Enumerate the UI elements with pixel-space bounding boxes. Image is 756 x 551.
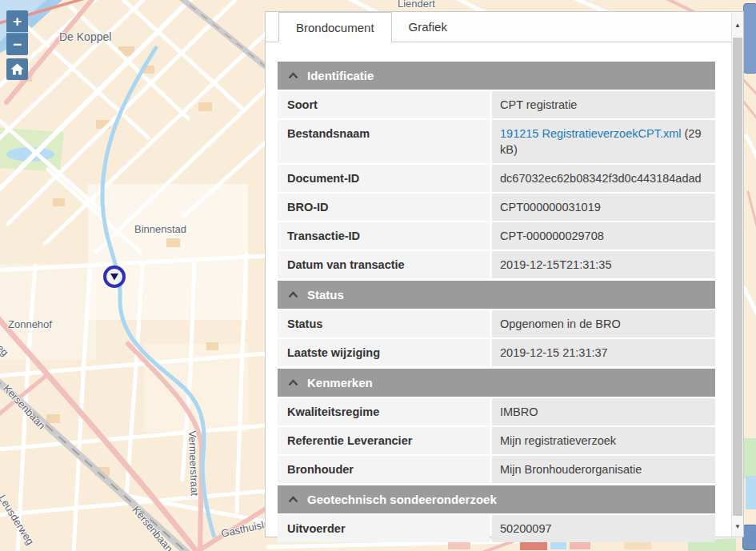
- row-label: Kwaliteitsregime: [278, 398, 490, 425]
- row-label: Laatste wijziging: [278, 339, 490, 366]
- row-value: dc67032ec62b08342f3d0c443184adad: [492, 165, 715, 192]
- section: IdentificatieSoortCPT registratieBestand…: [278, 62, 715, 278]
- row-label: Document-ID: [278, 165, 490, 192]
- row-value: 191215 RegistratieverzoekCPT.xml (29 kB): [492, 120, 715, 163]
- section-header[interactable]: Status: [278, 281, 715, 309]
- app: De KoppelLiendertBinnenstadZonnehofkerwe…: [0, 0, 756, 551]
- scrollbar-thumb[interactable]: [733, 38, 742, 516]
- row-label: Status: [278, 310, 490, 337]
- zoom-out-button[interactable]: −: [6, 33, 28, 55]
- section: KenmerkenKwaliteitsregimeIMBROReferentie…: [278, 369, 715, 483]
- row-label: Uitvoerder: [278, 515, 490, 542]
- tab-bar: BrondocumentGrafiek: [266, 12, 743, 42]
- map-control-right-top[interactable]: [743, 3, 756, 74]
- tab-grafiek[interactable]: Grafiek: [392, 12, 464, 42]
- map-marker-icon[interactable]: [101, 263, 128, 290]
- section-title: Kenmerken: [307, 376, 373, 389]
- file-link[interactable]: 191215 RegistratieverzoekCPT.xml: [500, 127, 681, 140]
- row-label: Transactie-ID: [278, 222, 490, 250]
- chevron-up-icon: [288, 72, 298, 79]
- row-label: BRO-ID: [278, 194, 490, 221]
- row-value: 2019-12-15T21:31:35: [492, 251, 715, 278]
- tab-brondocument[interactable]: Brondocument: [278, 12, 392, 42]
- section-header[interactable]: Geotechnisch sondeeronderzoek: [278, 485, 715, 513]
- scroll-down-icon[interactable]: ▼: [732, 517, 743, 535]
- row-value: Opgenomen in de BRO: [492, 310, 715, 337]
- section: StatusStatusOpgenomen in de BROLaatste w…: [278, 281, 715, 366]
- scrollbar[interactable]: ▲ ▼: [731, 12, 743, 537]
- row-label: Bronhouder: [278, 456, 490, 483]
- chevron-up-icon: [288, 496, 298, 503]
- section-rows: StatusOpgenomen in de BROLaatste wijzigi…: [278, 310, 715, 366]
- section-rows: KwaliteitsregimeIMBROReferentie Leveranc…: [278, 398, 715, 483]
- row-value: 50200097: [492, 515, 715, 542]
- zoom-in-button[interactable]: +: [6, 10, 28, 32]
- chevron-up-icon: [288, 379, 298, 386]
- panel-content: IdentificatieSoortCPT registratieBestand…: [278, 42, 715, 542]
- row-label: Datum van transactie: [278, 251, 490, 278]
- section-header[interactable]: Identificatie: [278, 62, 715, 90]
- section-rows: Uitvoerder50200097: [278, 515, 715, 542]
- section-rows: SoortCPT registratieBestandsnaam191215 R…: [278, 91, 715, 278]
- row-label: Bestandsnaam: [278, 120, 490, 163]
- scroll-up-icon[interactable]: ▲: [732, 14, 743, 36]
- detail-panel: BrondocumentGrafiek IdentificatieSoortCP…: [265, 11, 744, 537]
- row-value: Mijn registratieverzoek: [492, 427, 715, 454]
- map-control-right-bottom[interactable]: [742, 525, 756, 550]
- row-label: Soort: [278, 91, 490, 118]
- row-label: Referentie Leverancier: [278, 427, 490, 454]
- section-title: Status: [307, 288, 344, 301]
- section-header[interactable]: Kenmerken: [278, 369, 715, 397]
- section-title: Geotechnisch sondeeronderzoek: [307, 493, 497, 506]
- row-value: CPT registratie: [492, 91, 715, 118]
- home-button[interactable]: [6, 58, 28, 80]
- row-value: Mijn Bronhouderorganisatie: [492, 456, 715, 483]
- row-value: IMBRO: [492, 398, 715, 425]
- section-title: Identificatie: [307, 69, 374, 82]
- chevron-up-icon: [288, 291, 298, 298]
- row-value: CPT000000031019: [492, 194, 715, 221]
- row-value: 2019-12-15 21:31:37: [492, 339, 715, 366]
- section: Geotechnisch sondeeronderzoekUitvoerder5…: [278, 485, 715, 542]
- row-value: CPT-000000029708: [492, 222, 715, 250]
- home-icon: [10, 63, 24, 75]
